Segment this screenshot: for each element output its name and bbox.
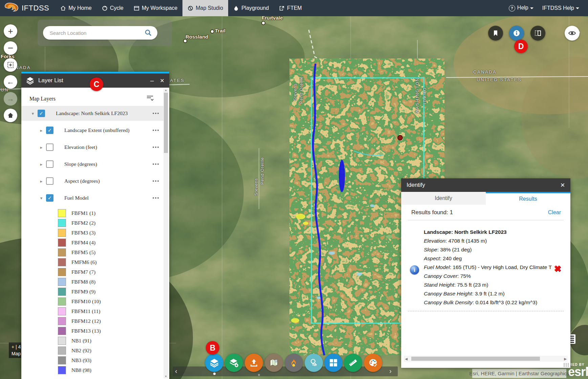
previous-extent-button[interactable]: ← xyxy=(4,75,17,89)
identify-header[interactable]: Identify ✕ xyxy=(401,178,570,192)
legend-label: FBFM2 (2) xyxy=(71,220,95,226)
layer-menu-icon[interactable] xyxy=(153,130,159,131)
result-field: Stand Height: 75.5 ft (23 m) xyxy=(424,281,566,289)
layer-checkbox[interactable] xyxy=(46,143,53,151)
legend-row: NB1 (91) xyxy=(21,336,169,345)
resize-handle[interactable] xyxy=(564,363,569,367)
nav-cycle[interactable]: Cycle xyxy=(97,0,129,16)
expand-caret-icon[interactable]: ▸ xyxy=(39,179,44,184)
close-icon[interactable]: ✕ xyxy=(157,75,167,86)
layer-row[interactable]: ▾ ✓ Landscape: North Selkirk LF2023 xyxy=(21,106,164,121)
layer-menu-icon[interactable] xyxy=(153,180,159,182)
search-box[interactable] xyxy=(43,26,157,40)
legend-label: FBFM5 (5) xyxy=(71,249,95,255)
layer-menu-icon[interactable] xyxy=(153,113,159,114)
nav-my-home[interactable]: My Home xyxy=(55,0,96,16)
tab-results[interactable]: Results xyxy=(486,192,570,205)
zoom-box-button[interactable] xyxy=(4,58,17,72)
toolbar-apps-grid-button[interactable] xyxy=(324,354,343,372)
help-icon: ? xyxy=(509,5,515,12)
legend-row: FBFM8 (8) xyxy=(21,277,169,287)
clear-results-link[interactable]: Clear xyxy=(548,209,561,216)
scroll-up-icon[interactable]: ▲ xyxy=(164,89,168,92)
layer-checkbox[interactable]: ✓ xyxy=(38,110,45,117)
layer-row[interactable]: ▾ ✓ Fuel Model xyxy=(21,191,164,205)
scroll-right-icon[interactable]: ▶ xyxy=(563,357,568,361)
nav-ftem[interactable]: FTEM xyxy=(274,0,307,16)
home-icon xyxy=(7,112,14,119)
identify-tabs: Identify Results xyxy=(401,192,570,205)
home-extent-button[interactable] xyxy=(4,109,17,122)
iftdss-logo[interactable]: IFTDSS xyxy=(0,0,55,16)
scroll-down-icon[interactable]: ▼ xyxy=(164,375,168,378)
zoom-in-button[interactable]: + xyxy=(4,24,17,38)
swipe-tool-button[interactable] xyxy=(530,26,545,41)
expand-caret-icon[interactable]: ▸ xyxy=(39,145,44,150)
layer-checkbox[interactable] xyxy=(46,160,53,168)
toolbar-symbology-button[interactable] xyxy=(364,354,382,372)
layer-menu-icon[interactable] xyxy=(153,197,159,199)
nav-map-studio[interactable]: Map Studio xyxy=(182,0,228,16)
layer-checkbox[interactable]: ✓ xyxy=(46,127,53,134)
scrollbar-thumb[interactable] xyxy=(164,93,168,153)
layer-list-scrollbar[interactable]: ▲ ▼ xyxy=(164,89,168,378)
toolbar-sketch-button[interactable] xyxy=(305,354,323,372)
nav-playground[interactable]: Playground xyxy=(228,0,274,16)
layer-label: Landscape: North Selkirk LF2023 xyxy=(56,110,128,116)
zoom-out-button[interactable]: − xyxy=(4,41,17,55)
search-input[interactable] xyxy=(49,30,145,36)
toolbar-add-layers-button[interactable] xyxy=(225,354,243,372)
layer-row[interactable]: ▸ Slope (degrees) xyxy=(21,157,164,172)
nav-label: FTEM xyxy=(287,5,302,11)
result-info-icon[interactable]: i xyxy=(410,265,419,274)
lightbulb-pencil-icon xyxy=(309,358,319,367)
toolbar-basemap-button[interactable] xyxy=(265,354,283,372)
toolbar-layer-list-button[interactable] xyxy=(205,354,223,372)
layer-checkbox[interactable]: ✓ xyxy=(46,194,53,202)
toolbar-fire-behavior-button[interactable] xyxy=(285,354,303,372)
scroll-left-icon[interactable]: ◀ xyxy=(404,357,409,361)
identify-click-marker xyxy=(398,135,402,140)
esri-logo: esri xyxy=(568,365,588,379)
chevron-down-icon xyxy=(576,7,579,9)
field-label: Slope xyxy=(424,247,437,252)
expand-caret-icon[interactable]: ▾ xyxy=(39,196,44,201)
toolbar-upload-button[interactable] xyxy=(245,354,263,372)
bookmarks-button[interactable] xyxy=(488,26,503,41)
expand-caret-icon[interactable]: ▸ xyxy=(39,128,44,133)
toolbar-prev-icon[interactable]: ‹ xyxy=(175,367,177,375)
close-icon[interactable]: ✕ xyxy=(558,180,568,190)
layer-label: Landscape Extent (unbuffered) xyxy=(64,127,130,133)
state-label-idaho: IDAHO xyxy=(422,87,427,104)
hscrollbar-thumb[interactable] xyxy=(411,357,540,361)
eye-icon xyxy=(568,29,576,37)
help-menu[interactable]: ?Help xyxy=(509,5,533,12)
layer-checkbox[interactable] xyxy=(46,177,53,185)
toolbar-next-icon[interactable]: › xyxy=(389,367,392,375)
collapse-all-icon[interactable] xyxy=(146,95,154,103)
identify-tool-button[interactable] xyxy=(509,26,524,41)
expand-caret-icon[interactable]: ▸ xyxy=(39,162,44,167)
nav-my-workspace[interactable]: My Workspace xyxy=(129,0,183,16)
layer-row[interactable]: ▸ Aspect (degrees) xyxy=(21,174,164,188)
layer-row[interactable]: ▸ Elevation (feet) xyxy=(21,140,164,155)
layer-menu-icon[interactable] xyxy=(153,163,159,165)
next-extent-button[interactable]: → xyxy=(4,92,17,106)
search-icon[interactable] xyxy=(145,29,152,37)
iftdss-help-menu[interactable]: IFTDSS Help xyxy=(542,5,579,11)
expand-caret-icon[interactable]: ▾ xyxy=(30,111,36,116)
field-value: 75% xyxy=(460,273,471,279)
tab-identify[interactable]: Identify xyxy=(401,192,486,205)
layer-row[interactable]: ▸ ✓ Landscape Extent (unbuffered) xyxy=(21,123,164,138)
bottom-toolbar xyxy=(173,366,398,376)
visibility-button[interactable] xyxy=(565,26,580,41)
legend-swatch xyxy=(58,366,66,374)
layer-menu-icon[interactable] xyxy=(153,147,159,148)
layer-label: Aspect (degrees) xyxy=(64,178,100,184)
legend-row: FBFM7 (7) xyxy=(21,267,169,277)
legend-label: NB3 (93) xyxy=(71,357,91,363)
toolbar-measure-button[interactable] xyxy=(344,354,362,372)
minimize-button[interactable]: – xyxy=(147,75,157,86)
layer-label: Fuel Model xyxy=(64,195,89,201)
identify-hscrollbar[interactable]: ◀ ▶ xyxy=(404,356,568,362)
